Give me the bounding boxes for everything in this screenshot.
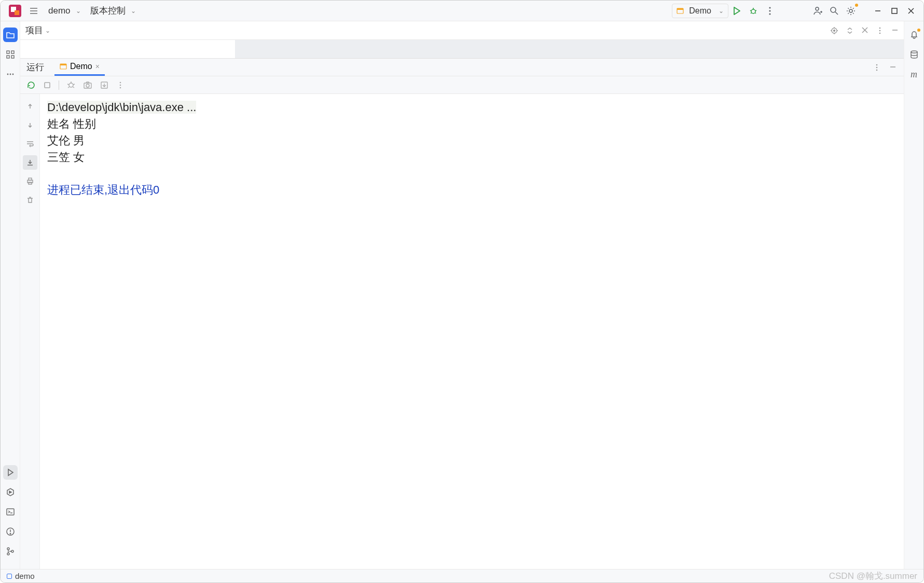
run-config-name: Demo — [686, 6, 714, 16]
svg-point-17 — [816, 7, 819, 10]
console-command: D:\develop\jdk\bin\java.exe ... — [47, 101, 196, 114]
database-icon[interactable] — [907, 47, 921, 62]
svg-point-39 — [7, 548, 9, 550]
status-project-icon — [7, 574, 12, 579]
close-panel-icon[interactable] — [861, 26, 868, 35]
scroll-down-icon[interactable] — [23, 118, 37, 132]
rerun-icon[interactable] — [26, 80, 36, 90]
svg-point-51 — [879, 30, 881, 31]
main-menu-icon[interactable] — [25, 3, 42, 19]
terminal-tool-icon[interactable] — [3, 505, 18, 519]
close-button[interactable] — [903, 3, 919, 19]
vcs-dropdown[interactable]: 版本控制 ⌄ — [84, 3, 139, 19]
svg-rect-60 — [45, 83, 50, 88]
svg-line-21 — [835, 12, 838, 15]
watermark: CSDN @翰戈.summer — [829, 570, 917, 582]
svg-point-70 — [120, 82, 121, 83]
run-tab-demo[interactable]: Demo × — [54, 59, 105, 76]
svg-line-64 — [73, 84, 75, 85]
project-name: demo — [45, 6, 74, 16]
problems-tool-icon[interactable] — [3, 524, 18, 539]
project-tool-icon[interactable] — [3, 28, 18, 42]
vcs-label: 版本控制 — [87, 5, 129, 17]
run-toolbar — [20, 76, 904, 94]
right-tool-rail: m — [904, 21, 923, 569]
more-tool-icon[interactable] — [3, 67, 18, 82]
minimize-panel-icon[interactable] — [891, 26, 899, 35]
svg-rect-75 — [29, 182, 32, 184]
svg-point-58 — [876, 69, 878, 71]
svg-rect-28 — [11, 51, 14, 53]
project-panel-title: 项目 — [25, 24, 43, 36]
vcs-tool-icon[interactable] — [3, 544, 18, 559]
svg-point-15 — [769, 10, 770, 11]
svg-point-16 — [769, 13, 770, 15]
locate-icon[interactable] — [830, 26, 838, 35]
svg-line-65 — [68, 87, 70, 88]
console-output[interactable]: D:\develop\jdk\bin\java.exe ... 姓名 性别 艾伦… — [40, 94, 904, 569]
minimize-panel-icon[interactable] — [889, 63, 897, 72]
svg-point-22 — [849, 9, 852, 12]
console-line: 姓名 性别 — [47, 116, 897, 132]
stop-icon[interactable] — [43, 81, 51, 89]
notifications-icon[interactable] — [907, 28, 921, 42]
svg-line-13 — [755, 12, 756, 13]
scroll-up-icon[interactable] — [23, 99, 37, 114]
panel-options-icon[interactable] — [873, 63, 881, 72]
svg-point-57 — [876, 66, 878, 68]
maximize-button[interactable] — [886, 3, 903, 19]
run-config-selector[interactable]: Demo ⌄ — [672, 4, 728, 18]
settings-icon[interactable] — [843, 3, 859, 19]
svg-point-38 — [10, 533, 11, 534]
scroll-to-end-icon[interactable] — [23, 155, 37, 170]
svg-point-41 — [11, 550, 13, 552]
title-bar: demo ⌄ 版本控制 ⌄ Demo ⌄ — [1, 1, 923, 21]
svg-rect-27 — [7, 51, 9, 53]
app-icon — [9, 5, 21, 17]
svg-point-50 — [879, 27, 881, 29]
chevron-down-icon[interactable]: ⌄ — [45, 27, 50, 34]
console-exit-line: 进程已结束,退出代码0 — [47, 182, 897, 198]
svg-point-32 — [9, 74, 11, 75]
maven-icon[interactable]: m — [907, 67, 921, 82]
svg-line-63 — [67, 84, 69, 85]
filter-icon[interactable] — [66, 80, 76, 90]
structure-tool-icon[interactable] — [3, 47, 18, 62]
close-tab-icon[interactable]: × — [95, 62, 100, 71]
services-tool-icon[interactable] — [3, 485, 18, 499]
run-tool-icon[interactable] — [3, 465, 18, 480]
debug-button[interactable] — [745, 3, 762, 19]
project-dropdown[interactable]: demo ⌄ — [42, 3, 84, 19]
svg-line-11 — [755, 10, 756, 11]
search-icon[interactable] — [826, 3, 843, 19]
soft-wrap-icon[interactable] — [23, 137, 37, 151]
toolbar-more-icon[interactable] — [116, 81, 125, 89]
svg-point-31 — [7, 74, 8, 75]
chevron-down-icon: ⌄ — [131, 7, 136, 15]
console-line: 三笠 女 — [47, 149, 897, 166]
panel-options-icon[interactable] — [876, 26, 884, 35]
project-panel-header: 项目 ⌄ — [20, 21, 904, 40]
run-panel-title: 运行 — [26, 61, 44, 73]
status-bar: demo CSDN @翰戈.summer — [1, 569, 923, 582]
left-tool-rail — [1, 21, 20, 569]
svg-rect-30 — [11, 56, 14, 58]
svg-point-76 — [911, 51, 917, 53]
export-icon[interactable] — [100, 80, 109, 90]
svg-point-61 — [69, 83, 73, 87]
svg-line-10 — [750, 10, 751, 11]
print-icon[interactable] — [23, 174, 37, 188]
svg-rect-7 — [677, 8, 683, 10]
svg-point-43 — [834, 30, 835, 31]
svg-rect-2 — [15, 10, 19, 15]
account-icon[interactable] — [809, 3, 826, 19]
minimize-button[interactable] — [870, 3, 886, 19]
run-button[interactable] — [728, 3, 745, 19]
status-project-name[interactable]: demo — [15, 572, 35, 580]
clear-icon[interactable] — [23, 193, 37, 207]
svg-rect-29 — [7, 56, 9, 58]
more-actions-icon[interactable] — [762, 3, 778, 19]
screenshot-icon[interactable] — [83, 80, 92, 90]
editor-tab-strip — [20, 40, 904, 59]
expand-icon[interactable] — [846, 26, 854, 35]
